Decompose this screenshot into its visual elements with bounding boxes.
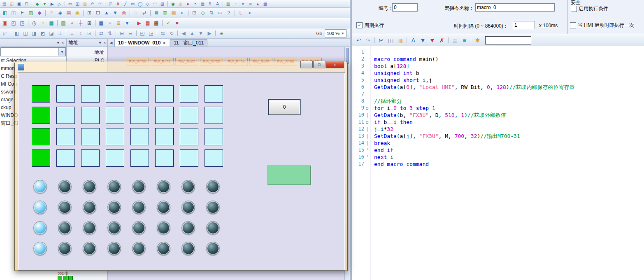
same-size-icon[interactable]: ⊡	[85, 30, 93, 37]
simulation-window-titlebar[interactable]: – □ ×	[15, 61, 347, 72]
window-tree-icon[interactable]: ≣	[152, 9, 160, 16]
grid-toggle-icon[interactable]: ⊞	[217, 30, 226, 37]
transfer-icon[interactable]: ⇅	[207, 9, 216, 16]
pc-comm-icon[interactable]: ⊡	[190, 9, 198, 16]
align-top-icon[interactable]: ◩	[39, 30, 47, 37]
recipe-icon[interactable]: ▩	[262, 1, 269, 7]
macro-code-editor[interactable]: 12macro_command main()3bool a[128]4unsig…	[352, 46, 644, 280]
word-lamp-icon[interactable]: ◎	[177, 1, 184, 7]
line-list-icon[interactable]: ≣	[451, 36, 459, 44]
paste-icon[interactable]: ▥	[81, 1, 88, 7]
layer-down-icon[interactable]: ▼	[111, 9, 119, 16]
clock-icon[interactable]: ◷	[30, 19, 38, 27]
text-icon[interactable]: A	[114, 1, 121, 7]
tab-11-_011[interactable]: 11 - 窗口_011	[170, 39, 207, 47]
open-window-icon[interactable]: ◰	[9, 19, 18, 27]
fold-marker[interactable]: ⊟	[364, 119, 370, 126]
ungroup-icon[interactable]: ⊟	[94, 9, 102, 16]
arc-icon[interactable]: ◠	[151, 1, 158, 7]
filter-down-icon[interactable]: ▼	[418, 36, 427, 44]
ungroup-objects-icon[interactable]: ⊟	[126, 30, 135, 37]
goto-line-icon[interactable]: ≡	[460, 36, 469, 44]
shape-library-icon[interactable]: ◆	[35, 9, 44, 16]
picture-library-icon[interactable]: ▨	[27, 9, 35, 16]
tab-close-icon[interactable]: ×	[163, 41, 165, 45]
paste-icon[interactable]: ▥	[396, 36, 405, 44]
system-params-icon[interactable]: ◧	[1, 9, 9, 16]
flip-h-icon[interactable]: ⇆	[159, 30, 167, 37]
trend-icon[interactable]: ≈	[239, 1, 246, 7]
align-middle-icon[interactable]: ◪	[47, 30, 56, 37]
pie-chart-icon[interactable]: ◕	[68, 19, 76, 27]
copy-icon[interactable]: ◫	[386, 36, 395, 44]
rect-icon[interactable]: ▭	[129, 1, 136, 7]
bring-front-icon[interactable]: ◰	[138, 30, 146, 37]
select-tool-icon[interactable]: ◸	[1, 30, 9, 37]
set-word-icon[interactable]: ◓	[192, 1, 199, 7]
go-button[interactable]: Go	[316, 31, 322, 36]
pdf-viewer-icon[interactable]: ▤	[144, 19, 152, 27]
bar-graph-icon[interactable]: ▥	[225, 1, 232, 7]
minimize-button[interactable]: –	[300, 61, 313, 68]
meter-icon[interactable]: ◔	[232, 1, 239, 7]
rotate-icon[interactable]: ↻	[167, 30, 176, 37]
cut-icon[interactable]: ✂	[67, 1, 74, 7]
align-right-icon[interactable]: ◨	[30, 30, 38, 37]
maximize-button[interactable]: □	[313, 61, 325, 68]
nudge-up-icon[interactable]: ▲	[188, 30, 196, 37]
replace-icon[interactable]: ⇄	[140, 9, 149, 16]
macro-id-input[interactable]	[392, 3, 418, 12]
same-width-icon[interactable]: ↔	[68, 30, 76, 37]
macro-name-input[interactable]	[475, 3, 555, 12]
error-check-icon[interactable]: ✗	[437, 36, 446, 44]
data-table-icon[interactable]: ⊞	[85, 19, 93, 27]
panel-close-icon[interactable]: ×	[104, 41, 106, 45]
print-icon[interactable]: ⊟	[23, 1, 30, 7]
nudge-right-icon[interactable]: ▶	[205, 30, 214, 37]
simulate-offline-icon[interactable]: ▷	[56, 1, 63, 7]
download-icon[interactable]: ▼	[41, 1, 48, 7]
bar-chart-icon[interactable]: ▥	[59, 19, 67, 27]
undo-icon[interactable]: ↶	[89, 1, 96, 7]
check-icon[interactable]: ✓	[164, 19, 172, 27]
compile-icon[interactable]: A	[409, 36, 418, 44]
simulate-online-icon[interactable]: ▶	[49, 1, 56, 7]
distribute-h-icon[interactable]: ⇄	[97, 30, 105, 37]
font-library-icon[interactable]: F	[18, 9, 26, 16]
tab-10-window_010[interactable]: 10 - WINDOW_010×	[114, 39, 169, 47]
tab-scroll-left-icon[interactable]: ◀	[108, 39, 114, 47]
save-icon[interactable]: ▣	[16, 1, 23, 7]
keyword-icon[interactable]: ✱	[473, 36, 482, 44]
same-height-icon[interactable]: ↕	[77, 30, 85, 37]
image-icon[interactable]: ▨	[159, 1, 166, 7]
slider-icon[interactable]: ≡	[106, 19, 114, 27]
window-tree-combobox[interactable]: ▼	[0, 47, 66, 56]
xy-plot-icon[interactable]: ┼	[77, 19, 85, 27]
nudge-down-icon[interactable]: ▼	[197, 30, 205, 37]
select-icon[interactable]: ◸	[107, 1, 114, 7]
fold-marker[interactable]: ⊟	[364, 105, 370, 112]
polygon-icon[interactable]: ◇	[144, 1, 151, 7]
state-toggle-icon[interactable]: ◑	[245, 9, 253, 16]
option-list-icon[interactable]: ≣	[114, 19, 123, 27]
redo-icon[interactable]: ↷	[96, 1, 103, 7]
enable-condition-checkbox[interactable]	[571, 6, 577, 12]
line-icon[interactable]: ╱	[122, 1, 129, 7]
panel-dropdown-icon[interactable]: ▼	[56, 41, 60, 45]
zoom-select[interactable]: 100 %▼	[325, 29, 346, 37]
run-on-start-checkbox[interactable]	[570, 22, 576, 28]
security-icon[interactable]: ◉	[73, 9, 81, 16]
media-icon[interactable]: ▶	[135, 19, 143, 27]
set-bit-icon[interactable]: ●	[184, 1, 191, 7]
pin-icon[interactable]: ◎	[120, 9, 128, 16]
nudge-left-icon[interactable]: ◀	[179, 30, 188, 37]
find-icon[interactable]: ◌	[132, 9, 140, 16]
code-lines[interactable]: 12macro_command main()3bool a[128]4unsig…	[352, 46, 644, 168]
interval-input[interactable]	[513, 21, 535, 29]
stop-icon[interactable]: ■	[173, 19, 181, 27]
periodic-checkbox[interactable]: ✓	[356, 22, 363, 28]
object-list-icon[interactable]: ▥	[161, 9, 169, 16]
panel-dropdown-icon[interactable]: ▼	[98, 41, 102, 45]
tag-library-icon[interactable]: ◇	[199, 9, 207, 16]
align-left-icon[interactable]: ◧	[13, 30, 21, 37]
